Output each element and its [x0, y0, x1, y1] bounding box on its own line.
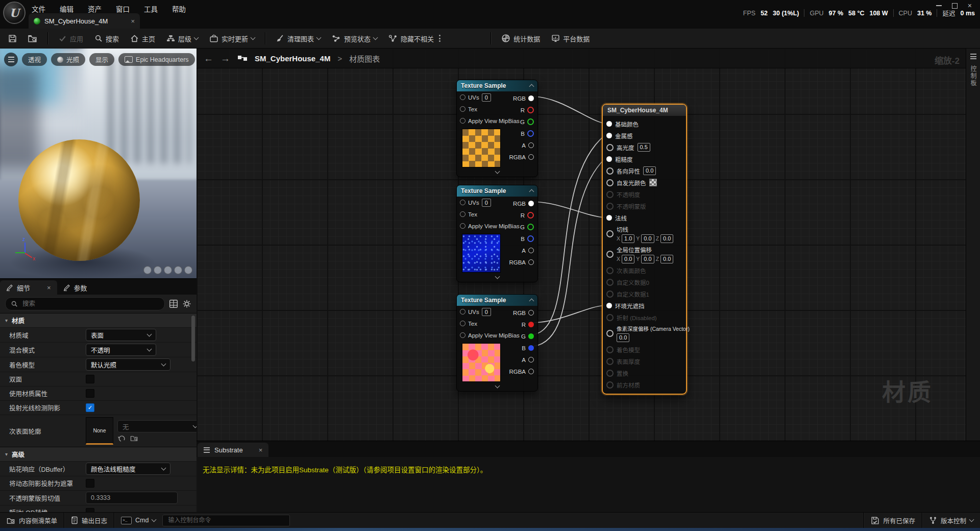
stats-button[interactable]: 统计数据: [497, 32, 544, 45]
material-graph-canvas[interactable]: Texture Sample UVs0 Tex Apply View MipBi…: [197, 49, 980, 441]
pin-subsurface-color[interactable]: 次表面颜色: [603, 264, 686, 276]
more-options-kebab-icon[interactable]: [439, 35, 440, 42]
details-search-input[interactable]: [21, 300, 159, 308]
uvs-value[interactable]: 0: [482, 308, 491, 316]
breadcrumb-asset-name[interactable]: SM_CyberHouse_4M: [255, 54, 330, 63]
menu-tools[interactable]: 工具: [144, 4, 158, 14]
decal-response-dropdown[interactable]: 颜色法线粗糙度: [86, 463, 170, 475]
b-output-pin[interactable]: [527, 235, 534, 242]
close-window-button[interactable]: ×: [968, 3, 972, 8]
texture-node-header[interactable]: Texture Sample: [457, 295, 537, 306]
shading-model-dropdown[interactable]: 默认光照: [86, 358, 170, 371]
pin-base-color[interactable]: 基础颜色: [603, 118, 686, 130]
menu-asset[interactable]: 资产: [88, 4, 102, 14]
pin-anisotropy[interactable]: 各向异性0.0: [603, 165, 686, 177]
search-button[interactable]: 搜索: [90, 32, 123, 45]
rgba-output-pin[interactable]: [528, 369, 534, 374]
pin-custom-data-0[interactable]: 自定义数据0: [603, 276, 686, 288]
cast-shadow-as-masked-checkbox[interactable]: [86, 479, 94, 488]
perspective-button[interactable]: 透视: [22, 53, 47, 66]
g-output-pin[interactable]: [527, 118, 534, 125]
unreal-logo-icon[interactable]: U: [3, 2, 26, 24]
platform-stats-button[interactable]: 平台数据: [547, 32, 594, 45]
asset-tab[interactable]: SM_CyberHouse_4M ×: [29, 13, 140, 29]
console-command-box[interactable]: [162, 515, 290, 526]
tab-details[interactable]: 细节 ×: [0, 280, 57, 295]
minimize-button[interactable]: [936, 5, 942, 6]
tab-substrate[interactable]: Substrate ×: [198, 443, 268, 457]
material-domain-dropdown[interactable]: 表面: [86, 329, 156, 341]
texture-node-header[interactable]: Texture Sample: [457, 80, 537, 91]
console-command-input[interactable]: [167, 516, 285, 524]
pin-refraction[interactable]: 折射 (Disabled): [603, 311, 686, 323]
apply-button[interactable]: 应用: [54, 32, 87, 45]
breadcrumb-page-name[interactable]: 材质图表: [349, 53, 380, 64]
menu-help[interactable]: 帮助: [172, 4, 186, 14]
menu-window[interactable]: 窗口: [116, 4, 130, 14]
pin-opacity[interactable]: 不透明度: [603, 188, 686, 200]
gear-icon[interactable]: [182, 299, 191, 308]
a-output-pin[interactable]: [528, 248, 534, 253]
browse-to-asset-button[interactable]: [24, 32, 41, 45]
viewport-menu-icon[interactable]: [4, 53, 18, 66]
opacity-mask-clip-input[interactable]: 0.3333: [86, 492, 178, 504]
subsurface-profile-dropdown[interactable]: 无: [117, 420, 202, 432]
mipbias-input-pin[interactable]: [460, 332, 465, 338]
revision-control-button[interactable]: 版本控制: [922, 513, 980, 528]
clean-graph-button[interactable]: 清理图表: [272, 32, 325, 45]
uvs-input-pin[interactable]: [460, 309, 465, 315]
texture-sample-node-2[interactable]: Texture Sample UVs0 Tex Apply View MipBi…: [456, 185, 538, 282]
details-search-box[interactable]: [5, 297, 165, 310]
expand-node-chevron-icon[interactable]: [495, 383, 500, 389]
details-tab-close-icon[interactable]: ×: [47, 284, 51, 292]
uvs-input-pin[interactable]: [460, 94, 465, 100]
hide-unrelated-button[interactable]: 隐藏不相关: [384, 32, 445, 45]
pin-emissive-color[interactable]: 自发光颜色: [603, 177, 686, 188]
uvs-value[interactable]: 0: [482, 199, 491, 207]
content-drawer-button[interactable]: 内容侧滑菜单: [0, 513, 64, 528]
emissive-color-swatch[interactable]: [649, 179, 657, 186]
pin-tangent[interactable]: 切线 X1.0Y0.0Z0.0: [603, 224, 686, 244]
a-output-pin[interactable]: [528, 357, 534, 363]
lit-mode-button[interactable]: 光照: [51, 53, 85, 66]
rgba-output-pin[interactable]: [528, 154, 534, 160]
material-preview-viewport[interactable]: 透视 光照 显示 Epic Headquarters z x: [0, 49, 197, 278]
browse-asset-icon[interactable]: [130, 435, 138, 442]
pin-custom-data-1[interactable]: 自定义数据1: [603, 288, 686, 300]
b-output-pin[interactable]: [527, 130, 534, 137]
tab-parameters[interactable]: 参数: [57, 280, 93, 295]
g-output-pin[interactable]: [527, 224, 534, 230]
pin-displacement[interactable]: 置换: [603, 367, 686, 379]
mipbias-input-pin[interactable]: [460, 118, 465, 124]
menu-edit[interactable]: 编辑: [60, 4, 74, 14]
rgb-output-pin[interactable]: [528, 95, 534, 101]
all-saved-button[interactable]: 所有已保存: [864, 513, 922, 528]
pin-ambient-occlusion[interactable]: 环境光遮挡: [603, 300, 686, 311]
details-scrollbar[interactable]: [191, 316, 195, 361]
hierarchy-button[interactable]: 层级: [162, 32, 202, 45]
uvs-value[interactable]: 0: [482, 93, 491, 102]
b-output-pin[interactable]: [528, 345, 534, 351]
display-filter-icon[interactable]: [169, 299, 178, 308]
rgb-output-pin[interactable]: [528, 310, 534, 316]
texture-sample-node-3[interactable]: Texture Sample UVs0 Tex Apply View MipBi…: [456, 294, 538, 392]
g-output-pin[interactable]: [528, 333, 534, 339]
save-button[interactable]: [4, 32, 21, 45]
r-output-pin[interactable]: [527, 212, 534, 219]
pin-specular[interactable]: 高光度0.5: [603, 141, 686, 153]
cast-ray-traced-shadows-checkbox[interactable]: ✓: [86, 403, 94, 412]
rgba-output-pin[interactable]: [528, 259, 534, 265]
cmd-selector[interactable]: >_ Cmd: [114, 513, 162, 528]
rgb-output-pin[interactable]: [528, 201, 534, 206]
tex-input-pin[interactable]: [460, 211, 465, 217]
uvs-input-pin[interactable]: [460, 200, 465, 205]
tex-input-pin[interactable]: [460, 321, 465, 326]
pin-front-material[interactable]: 前方材质: [603, 379, 686, 391]
expand-node-chevron-icon[interactable]: [495, 274, 500, 279]
two-sided-checkbox[interactable]: [86, 375, 94, 383]
maximize-button[interactable]: [952, 3, 958, 9]
texture-node-header[interactable]: Texture Sample: [457, 185, 537, 197]
live-update-button[interactable]: 实时更新: [205, 32, 259, 45]
pin-world-position-offset[interactable]: 全局位置偏移 X0.0Y0.0Z0.0: [603, 244, 686, 264]
pin-opacity-mask[interactable]: 不透明蒙版: [603, 200, 686, 212]
